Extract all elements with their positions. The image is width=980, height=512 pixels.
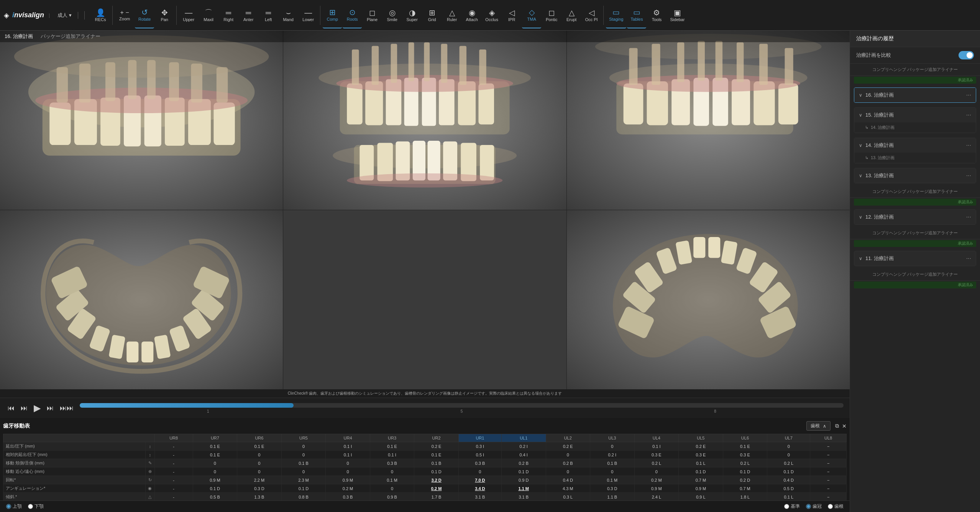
toolbar-btn-staging[interactable]: ▭ Staging [606, 2, 626, 28]
ipr-label: IPR [508, 17, 515, 22]
plan-more-15[interactable]: ··· [966, 112, 971, 119]
toolbar-btn-occlus[interactable]: ◈ Occlus [482, 2, 501, 28]
plan-sub-15: ↳ 14. 治療計画 [854, 122, 976, 133]
lower-jaw-radio[interactable]: 下顎 [28, 503, 44, 510]
toolbar-btn-right[interactable]: ═ Right [219, 2, 238, 28]
plan-name-13: 13. 治療計画 [865, 172, 963, 179]
plan-header-16[interactable]: ∨ 16. 治療計画 ··· [854, 88, 976, 102]
tooth-3d-upper-occlusal [0, 210, 283, 389]
toolbar-btn-tma[interactable]: ◇ TMA [522, 2, 541, 28]
tools-icon: ⚙ [653, 9, 660, 16]
table-close-button[interactable]: ✕ [842, 423, 847, 429]
approved-badge-top: 承認済み [854, 77, 976, 84]
patient-dropdown-arrow: ▾ [69, 12, 72, 18]
col-ur1: UR1 [458, 434, 501, 442]
plan-more-13[interactable]: ··· [966, 172, 971, 179]
svg-rect-36 [441, 44, 448, 83]
package-label-header: パッケージ追加アライナー [41, 33, 100, 40]
toolbar-left: 👤 RECs + − Zoom ↺ Rotate ✥ Pan — Upper ⌒… [89, 2, 689, 28]
svg-point-60 [616, 75, 800, 92]
roots-icon: ⊙ [349, 8, 356, 16]
plan-header-11[interactable]: ∨ 11. 治療計画 ··· [854, 251, 976, 266]
toolbar-btn-left[interactable]: ═ Left [259, 2, 278, 28]
svg-rect-83 [708, 237, 720, 258]
grid-label: Grid [428, 17, 436, 22]
view-base-radio[interactable]: 基準 [784, 503, 800, 510]
prev-frame-button[interactable]: ⏭︎ [19, 403, 29, 414]
toolbar-btn-ipr[interactable]: ◁ IPR [502, 2, 521, 28]
toolbar-btn-upper[interactable]: — Upper [179, 2, 198, 28]
toolbar-btn-anter[interactable]: ═ Anter [239, 2, 258, 28]
zoom-icon: + − [120, 10, 129, 16]
toolbar-btn-zoom[interactable]: + − Zoom [115, 2, 134, 28]
patient-type-selector[interactable]: 成人 ▾ [54, 12, 78, 19]
right-label: Right [223, 17, 233, 22]
view-cell-top-center[interactable] [283, 31, 566, 210]
upper-jaw-radio[interactable]: 上顎 [6, 503, 22, 510]
toolbar-btn-tables[interactable]: ▭ Tables [627, 2, 646, 28]
toolbar-btn-grid[interactable]: ⊞ Grid [422, 2, 442, 28]
plan-header-13[interactable]: ∨ 13. 治療計画 ··· [854, 168, 976, 183]
plan-header-15[interactable]: ∨ 15. 治療計画 ··· [854, 108, 976, 122]
viewport-header: 16. 治療計画 パッケージ追加アライナー [0, 31, 850, 42]
occ-pi-label: Occ PI [585, 17, 598, 22]
plan-more-16[interactable]: ··· [966, 92, 971, 99]
view-cell-top-left[interactable] [0, 31, 283, 210]
plan-more-11[interactable]: ··· [966, 255, 971, 262]
compare-toggle[interactable] [959, 51, 974, 59]
toolbar-btn-lower[interactable]: — Lower [299, 2, 318, 28]
plan-more-12[interactable]: ··· [966, 214, 971, 221]
toolbar-btn-rotate[interactable]: ↺ Rotate [135, 2, 154, 28]
timeline-track[interactable] [80, 403, 844, 408]
toolbar-btn-pontic[interactable]: ◻ Pontic [542, 2, 561, 28]
toolbar-btn-tools[interactable]: ⚙ Tools [647, 2, 666, 28]
top-toolbar: ◈ invisalign | 成人 ▾ 👤 RECs + − Zoom ↺ Ro… [0, 0, 980, 31]
pontic-icon: ◻ [548, 9, 555, 16]
maxil-icon: ⌒ [205, 9, 212, 16]
toolbar-btn-mand[interactable]: ⌣ Mand [279, 2, 298, 28]
plan-item-13: ∨ 13. 治療計画 ··· [854, 168, 976, 183]
col-ur8: UR8 [154, 434, 193, 442]
toolbar-btn-pan[interactable]: ✥ Pan [155, 2, 174, 28]
plan-header-12[interactable]: ∨ 12. 治療計画 ··· [854, 210, 976, 224]
timeline-container[interactable]: 1 5 8 [80, 403, 844, 413]
toolbar-btn-ruler[interactable]: △ Ruler [442, 2, 461, 28]
view-crown-radio[interactable]: 歯冠 [806, 503, 822, 510]
skip-to-end-button[interactable]: ⏭⏭ [58, 403, 75, 414]
plane-label: Plane [367, 17, 378, 22]
attach-icon: ◉ [469, 9, 475, 16]
col-ul2: UL2 [546, 434, 590, 442]
toolbar-btn-comp[interactable]: ⊞ Comp [323, 2, 342, 28]
view-root-radio[interactable]: 歯根 [828, 503, 844, 510]
staging-icon: ▭ [612, 8, 620, 16]
toolbar-btn-recs[interactable]: 👤 RECs [91, 2, 110, 28]
toolbar-btn-attach[interactable]: ◉ Attach [462, 2, 481, 28]
teeth-root-badge: 歯根 ∧ [806, 421, 831, 431]
next-step-button[interactable]: ⏭ [45, 403, 55, 414]
recs-label: RECs [95, 17, 106, 22]
tables-icon: ▭ [633, 8, 640, 16]
view-cell-top-right[interactable] [567, 31, 850, 210]
plan-more-14[interactable]: ··· [966, 142, 971, 149]
toolbar-btn-erupt[interactable]: △ Erupt [562, 2, 581, 28]
play-controls: ⏮ ⏭︎ ▶ ⏭ ⏭⏭ [6, 401, 75, 415]
svg-rect-34 [409, 42, 414, 81]
view-cell-bottom-right[interactable] [567, 210, 850, 389]
toolbar-btn-roots[interactable]: ⊙ Roots [343, 2, 362, 28]
skip-to-start-button[interactable]: ⏮ [6, 403, 16, 414]
table-copy-button[interactable]: ⧉ [835, 423, 839, 429]
svg-rect-41 [360, 145, 374, 180]
table-actions: ⧉ ✕ [835, 423, 847, 429]
svg-rect-52 [623, 84, 643, 125]
toolbar-btn-maxil[interactable]: ⌒ Maxil [199, 2, 218, 28]
root-badge-arrow: ∧ [823, 423, 826, 429]
play-pause-button[interactable]: ▶ [32, 401, 42, 415]
zoom-label: Zoom [119, 16, 130, 21]
toolbar-btn-super[interactable]: ◑ Super [402, 2, 422, 28]
toolbar-btn-occ-pi[interactable]: ◁ Occ PI [582, 2, 601, 28]
toolbar-btn-sidebar[interactable]: ▣ Sidebar [667, 2, 688, 28]
toolbar-btn-plane[interactable]: ◻ Plane [363, 2, 382, 28]
plan-header-14[interactable]: ∨ 14. 治療計画 ··· [854, 138, 976, 153]
toolbar-btn-smile[interactable]: ◎ Smile [382, 2, 402, 28]
view-cell-bottom-left[interactable] [0, 210, 283, 389]
